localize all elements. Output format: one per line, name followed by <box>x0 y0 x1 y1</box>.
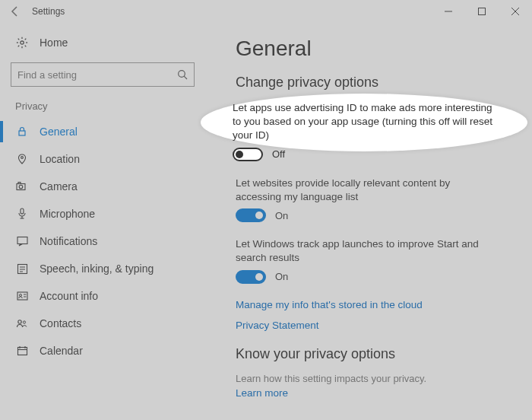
svg-line-9 <box>18 39 20 40</box>
sidebar-home[interactable]: Home <box>0 30 205 55</box>
sidebar-item-location[interactable]: Location <box>0 145 205 173</box>
toggle-state-label: Off <box>272 148 285 160</box>
svg-point-4 <box>21 41 24 44</box>
setting-description: Let apps use advertising ID to make ads … <box>233 101 495 143</box>
sidebar-item-camera[interactable]: Camera <box>0 173 205 200</box>
svg-rect-15 <box>19 131 25 135</box>
sidebar-item-microphone[interactable]: Microphone <box>0 200 205 228</box>
search-box[interactable] <box>11 62 195 87</box>
svg-rect-19 <box>18 183 21 184</box>
svg-rect-23 <box>17 237 27 244</box>
lock-icon <box>15 126 29 137</box>
sidebar-item-label: Contacts <box>40 317 81 329</box>
content-pane: General Change privacy options Let apps … <box>205 23 532 420</box>
sidebar-item-contacts[interactable]: Contacts <box>0 310 205 337</box>
highlight-ellipse: Let apps use advertising ID to make ads … <box>201 94 527 151</box>
sidebar-category: Privacy <box>0 100 205 118</box>
sidebar-item-account-info[interactable]: Account info <box>0 282 205 310</box>
sidebar-item-label: General <box>40 126 78 138</box>
sidebar-item-calendar[interactable]: Calendar <box>0 337 205 364</box>
svg-point-16 <box>21 157 24 159</box>
window-title: Settings <box>32 6 65 17</box>
svg-rect-34 <box>17 348 27 355</box>
sidebar-item-speech[interactable]: Speech, inking, & typing <box>0 255 205 282</box>
back-button[interactable] <box>6 2 24 21</box>
maximize-button[interactable] <box>465 0 499 23</box>
know-options-subtext: Learn how this setting impacts your priv… <box>236 373 509 384</box>
svg-line-11 <box>25 39 27 40</box>
maximize-icon <box>478 8 486 15</box>
minimize-icon <box>445 8 452 15</box>
sidebar-home-label: Home <box>40 37 68 49</box>
settings-window: Settings Home Privacy G <box>0 0 532 420</box>
link-learn-more[interactable]: Learn more <box>236 387 509 399</box>
speech-inking-icon <box>15 263 29 275</box>
section-heading-change-privacy: Change privacy options <box>236 75 509 91</box>
svg-point-29 <box>19 294 21 297</box>
account-icon <box>15 291 29 301</box>
sidebar-item-label: Camera <box>40 180 78 192</box>
svg-rect-20 <box>21 208 24 214</box>
sidebar-item-label: Speech, inking, & typing <box>40 262 154 275</box>
location-icon <box>15 154 29 164</box>
svg-line-12 <box>18 46 20 47</box>
toggle-language-list[interactable] <box>236 208 266 222</box>
toggle-state-label: On <box>275 271 288 282</box>
search-input[interactable] <box>17 69 177 81</box>
sidebar-item-label: Calendar <box>40 345 83 357</box>
toggle-app-launches[interactable] <box>236 270 266 284</box>
sidebar: Home Privacy General Location Camera <box>0 23 205 420</box>
svg-line-10 <box>25 46 27 47</box>
calendar-icon <box>15 345 29 356</box>
svg-rect-1 <box>479 8 486 15</box>
contacts-icon <box>15 318 29 329</box>
search-icon <box>177 69 188 80</box>
setting-description: Let websites provide locally relevant co… <box>236 177 498 204</box>
sidebar-item-general[interactable]: General <box>0 118 205 145</box>
svg-point-13 <box>179 71 185 78</box>
microphone-icon <box>15 208 29 220</box>
close-button[interactable] <box>499 0 532 23</box>
sidebar-item-label: Microphone <box>40 208 95 220</box>
svg-point-18 <box>19 185 23 189</box>
sidebar-item-label: Notifications <box>40 235 97 247</box>
section-heading-know-options: Know your privacy options <box>236 346 509 362</box>
toggle-state-label: On <box>275 210 288 221</box>
svg-line-14 <box>184 76 187 79</box>
titlebar: Settings <box>0 0 532 23</box>
notifications-icon <box>15 236 29 247</box>
minimize-button[interactable] <box>432 0 465 23</box>
close-icon <box>511 8 519 15</box>
svg-point-33 <box>23 321 25 323</box>
toggle-advertising-id[interactable] <box>233 148 263 161</box>
svg-rect-28 <box>17 292 27 300</box>
sidebar-item-label: Account info <box>40 290 98 302</box>
svg-point-32 <box>18 320 21 323</box>
window-body: Home Privacy General Location Camera <box>0 23 532 420</box>
window-controls <box>432 0 532 23</box>
sidebar-item-notifications[interactable]: Notifications <box>0 228 205 255</box>
page-heading: General <box>236 37 509 61</box>
setting-language-list: Let websites provide locally relevant co… <box>236 177 509 222</box>
link-manage-cloud-info[interactable]: Manage my info that's stored in the clou… <box>236 299 509 310</box>
back-arrow-icon <box>9 5 21 18</box>
setting-app-launches: Let Windows track app launches to improv… <box>236 237 509 283</box>
gear-icon <box>15 37 29 49</box>
sidebar-item-label: Location <box>40 153 80 165</box>
link-privacy-statement[interactable]: Privacy Statement <box>236 320 509 331</box>
camera-icon <box>15 181 29 192</box>
setting-description: Let Windows track app launches to improv… <box>236 237 498 265</box>
